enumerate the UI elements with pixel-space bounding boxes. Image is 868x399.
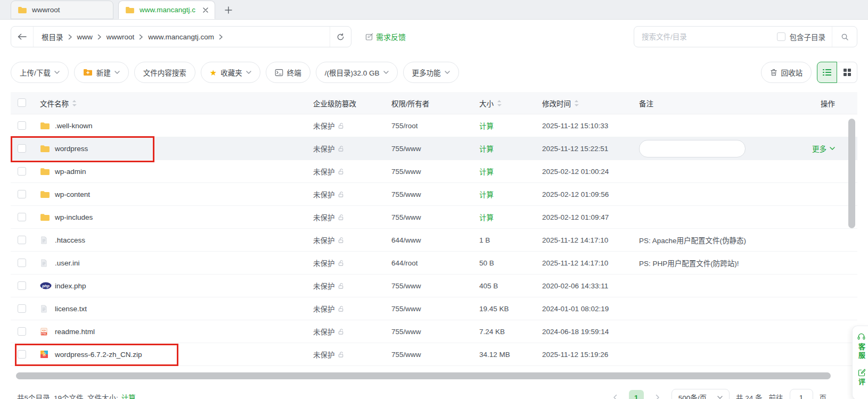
- new-item-button[interactable]: 新建: [74, 62, 129, 83]
- close-icon[interactable]: [203, 7, 208, 13]
- favorites-button[interactable]: ★ 收藏夹: [201, 62, 260, 83]
- calc-size-link[interactable]: 计算: [479, 183, 494, 205]
- breadcrumb-item-site[interactable]: www.mancangtj.com: [144, 33, 218, 41]
- table-row[interactable]: .htaccess 未保护 644/www 1 B 2025-11-12 14:…: [11, 229, 857, 252]
- permission-owner: 644/root: [391, 252, 418, 274]
- grid-view-button[interactable]: [837, 62, 857, 83]
- calc-size-link[interactable]: 计算: [479, 160, 494, 182]
- table-row[interactable]: wp-includes 未保护 755/www 计算 2025-02-12 01…: [11, 206, 857, 229]
- row-checkbox[interactable]: [18, 190, 26, 198]
- vertical-scrollbar[interactable]: [848, 119, 855, 228]
- table-row[interactable]: wp-admin 未保护 755/www 计算 2025-02-12 01:00…: [11, 160, 857, 183]
- recycle-bin-button[interactable]: 回收站: [761, 62, 812, 83]
- file-name[interactable]: license.txt: [55, 297, 87, 320]
- file-name[interactable]: index.php: [55, 275, 86, 297]
- calc-size-link[interactable]: 计算: [479, 137, 494, 160]
- row-checkbox[interactable]: [18, 327, 26, 336]
- row-checkbox[interactable]: [18, 259, 26, 267]
- prev-page-button[interactable]: [608, 390, 623, 399]
- list-view-button[interactable]: [817, 62, 837, 83]
- breadcrumb-item-www[interactable]: www: [73, 33, 96, 41]
- refresh-button[interactable]: [330, 27, 351, 47]
- more-actions-link[interactable]: 更多: [812, 143, 835, 154]
- trash-icon: [770, 69, 777, 76]
- breadcrumb-item-root[interactable]: 根目录: [38, 31, 67, 42]
- row-checkbox[interactable]: [18, 213, 26, 221]
- sort-icon[interactable]: [497, 99, 502, 107]
- row-checkbox[interactable]: [18, 350, 26, 359]
- header-file-name[interactable]: 文件名称: [40, 92, 77, 114]
- folder-icon: [125, 6, 135, 14]
- new-tab-button[interactable]: [219, 1, 238, 19]
- file-name[interactable]: wordpress-6.7.2-zh_CN.zip: [55, 343, 142, 365]
- more-features-button[interactable]: 更多功能: [403, 62, 459, 83]
- review-button[interactable]: 评: [858, 369, 865, 387]
- terminal-button[interactable]: 终端: [266, 62, 310, 83]
- horizontal-scrollbar[interactable]: [16, 372, 831, 379]
- table-row[interactable]: wordpress 未保护 755/www 计算 2025-11-12 15:2…: [11, 137, 857, 160]
- total-count-label: 共 24 条: [736, 392, 763, 399]
- current-page-button[interactable]: 1: [629, 390, 644, 399]
- file-name[interactable]: .user.ini: [55, 252, 80, 274]
- tab-wwwroot[interactable]: wwwroot: [11, 1, 113, 19]
- recycle-bin-label: 回收站: [781, 67, 803, 78]
- table-row[interactable]: .user.ini 未保护 644/root 50 B 2025-11-12 1…: [11, 252, 857, 275]
- row-checkbox[interactable]: [18, 236, 26, 244]
- pagination: 1 500条/页 共 24 条 前往 页: [608, 389, 826, 399]
- goto-page-input[interactable]: [790, 389, 813, 399]
- page-size-select[interactable]: 500条/页: [672, 389, 730, 399]
- tamper-cell: 未保护: [313, 297, 345, 320]
- chevron-down-icon: [246, 71, 251, 74]
- file-name[interactable]: wp-content: [55, 183, 90, 205]
- search-input[interactable]: [642, 33, 777, 41]
- svg-text:HTML: HTML: [41, 332, 47, 335]
- goto-label: 前往: [769, 392, 783, 399]
- table-row[interactable]: <>HTML readme.html 未保护 755/www 7.24 KB 2…: [11, 320, 857, 343]
- breadcrumb-item-wwwroot[interactable]: wwwroot: [103, 33, 138, 41]
- calc-total-size-link[interactable]: 计算: [121, 392, 136, 399]
- row-checkbox[interactable]: [18, 121, 26, 130]
- sort-icon[interactable]: [72, 99, 77, 107]
- table-row[interactable]: wp-content 未保护 755/www 计算 2025-02-12 01:…: [11, 183, 857, 206]
- header-size[interactable]: 大小: [479, 92, 502, 114]
- content-search-button[interactable]: 文件内容搜索: [134, 62, 195, 83]
- row-checkbox[interactable]: [18, 167, 26, 176]
- select-all-checkbox[interactable]: [18, 98, 26, 107]
- folder-icon: [40, 160, 50, 182]
- table-row[interactable]: license.txt 未保护 755/www 19.45 KB 2024-01…: [11, 297, 857, 320]
- tab-mancangtj[interactable]: www.mancangtj.c: [118, 1, 215, 19]
- tamper-cell: 未保护: [313, 275, 345, 297]
- file-name[interactable]: wp-includes: [55, 206, 93, 228]
- file-name[interactable]: .well-known: [55, 114, 93, 137]
- customer-support-button[interactable]: 客服: [857, 332, 865, 360]
- row-checkbox[interactable]: [18, 144, 26, 153]
- next-page-button[interactable]: [650, 390, 665, 399]
- calc-size-link[interactable]: 计算: [479, 206, 494, 228]
- row-checkbox[interactable]: [18, 281, 26, 290]
- header-modified-time[interactable]: 修改时间: [542, 92, 579, 114]
- back-button[interactable]: [11, 27, 34, 47]
- table-row[interactable]: wordpress-6.7.2-zh_CN.zip 未保护 755/www 34…: [11, 343, 857, 366]
- search-button[interactable]: [832, 27, 857, 47]
- file-note: [639, 137, 746, 160]
- feedback-link[interactable]: 需求反馈: [365, 31, 406, 42]
- file-name[interactable]: wp-admin: [55, 160, 86, 182]
- path-bar: 根目录 www wwwroot www.mancangtj.com: [11, 26, 351, 47]
- include-subdir-checkbox[interactable]: [777, 32, 785, 41]
- calc-size-link[interactable]: 计算: [479, 114, 494, 137]
- disk-select-button[interactable]: /(根目录)32.0 GB: [316, 62, 398, 83]
- tamper-status: 未保护: [313, 326, 335, 337]
- table-row[interactable]: php index.php 未保护 755/www 405 B 2020-02-…: [11, 275, 857, 297]
- support-label: 客服: [858, 343, 865, 360]
- row-checkbox[interactable]: [18, 304, 26, 313]
- file-name[interactable]: readme.html: [55, 320, 95, 343]
- note-input[interactable]: [639, 140, 746, 157]
- upload-download-button[interactable]: 上传/下载: [11, 62, 69, 83]
- review-label: 评: [858, 378, 865, 387]
- file-name[interactable]: wordpress: [55, 137, 88, 160]
- header-permission-owner: 权限/所有者: [391, 92, 429, 114]
- sort-icon[interactable]: [574, 99, 579, 107]
- table-row[interactable]: .well-known 未保护 755/root 计算 2025-11-12 1…: [11, 114, 857, 137]
- path-input[interactable]: [228, 30, 330, 44]
- file-name[interactable]: .htaccess: [55, 229, 85, 251]
